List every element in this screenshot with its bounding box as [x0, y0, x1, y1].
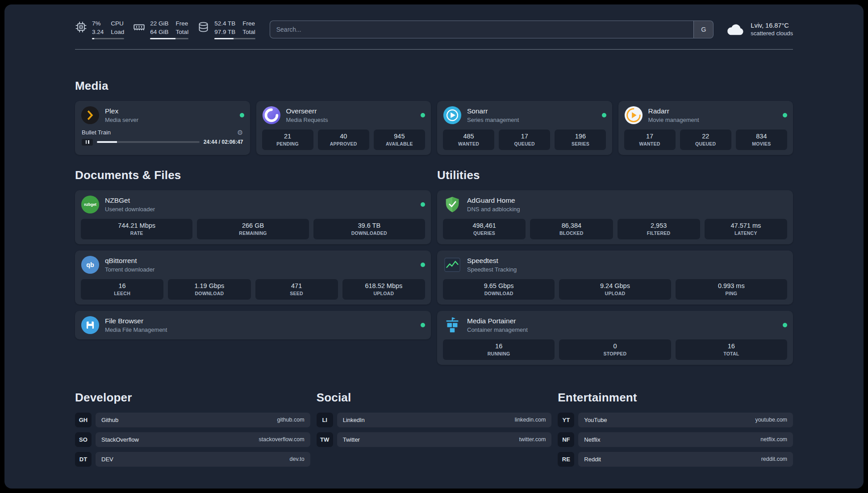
- status-dot: [240, 113, 244, 117]
- stat-tile: 834MOVIES: [736, 130, 787, 150]
- plex-now-playing: Bullet Train ⚙ 24:44 / 02:06:47: [81, 129, 244, 146]
- service-desc: Movie management: [648, 117, 699, 123]
- memory-free: 22 GiB: [150, 20, 168, 28]
- disk-total-label: Total: [242, 28, 255, 36]
- weather-widget: Lviv, 16.87°C scattered clouds: [726, 22, 793, 37]
- cpu-usage-bar: [92, 38, 124, 39]
- pause-button[interactable]: [82, 139, 93, 146]
- section-title-entertainment: Entertainment: [558, 391, 793, 405]
- disk-usage-bar: [214, 38, 255, 39]
- cloud-icon: [726, 22, 745, 36]
- memory-icon: [133, 21, 145, 33]
- adguard-icon: [443, 195, 462, 214]
- cpu-percent: 7%: [92, 20, 104, 28]
- cpu-percent-label: CPU: [111, 20, 124, 28]
- svg-text:qb: qb: [86, 261, 94, 268]
- disk-widget: 52.4 TB Free 97.9 TB Total: [197, 20, 255, 39]
- dashboard: 7% CPU 3.24 Load 22 GiB Free 64 GiB Tota…: [4, 4, 864, 489]
- service-card-adguard[interactable]: AdGuard Home DNS and adblocking 498,461Q…: [437, 190, 793, 244]
- bookmark-url: stackoverflow.com: [259, 436, 305, 443]
- service-name: NZBGet: [105, 196, 155, 205]
- stat-tile: 471SEED: [255, 279, 338, 300]
- svg-text:nzbget: nzbget: [84, 202, 96, 207]
- disk-total: 97.9 TB: [214, 28, 235, 36]
- qbittorrent-icon: qb: [81, 255, 100, 274]
- bookmark-abbr: TW: [317, 432, 333, 447]
- section-title-media: Media: [75, 79, 793, 93]
- cpu-load: 3.24: [92, 28, 104, 36]
- status-dot: [783, 323, 787, 327]
- bookmark-github[interactable]: GH Github github.com: [75, 413, 310, 427]
- bookmark-reddit[interactable]: RE Reddit reddit.com: [558, 452, 793, 467]
- stat-tile: 40APPROVED: [318, 130, 369, 150]
- stat-tile: 16RUNNING: [443, 339, 555, 360]
- search-input[interactable]: [270, 21, 694, 38]
- status-dot: [421, 263, 425, 267]
- service-card-portainer[interactable]: Media Portainer Container management 16R…: [437, 311, 793, 365]
- stat-tile: 86,384BLOCKED: [530, 219, 613, 239]
- stat-tile: 16LEECH: [81, 279, 163, 300]
- portainer-icon: [443, 316, 462, 334]
- stat-tile: 9.65 GbpsDOWNLOAD: [443, 279, 555, 300]
- bookmark-abbr: SO: [75, 432, 92, 447]
- bookmark-youtube[interactable]: YT YouTube youtube.com: [558, 413, 793, 427]
- service-card-speedtest[interactable]: Speedtest Speedtest Tracking 9.65 GbpsDO…: [437, 251, 793, 305]
- search-provider-button[interactable]: G: [693, 21, 713, 38]
- service-desc: Media Requests: [286, 117, 328, 123]
- bookmark-linkedin[interactable]: LI LinkedIn linkedin.com: [317, 413, 552, 427]
- nzbget-icon: nzbget: [81, 195, 100, 214]
- section-title-developer: Developer: [75, 391, 310, 405]
- section-media: Media Plex Media server Bullet Train: [75, 79, 793, 155]
- service-card-nzbget[interactable]: nzbget NZBGet Usenet downloader 744.21 M…: [75, 190, 431, 244]
- bookmark-group-entertainment: Entertainment YT YouTube youtube.com NF …: [558, 391, 793, 472]
- service-desc: Series management: [467, 117, 519, 123]
- sonarr-icon: [443, 106, 462, 125]
- memory-free-label: Free: [176, 20, 189, 28]
- bookmark-dev[interactable]: DT DEV dev.to: [75, 452, 310, 467]
- stat-tile: 21PENDING: [262, 130, 313, 150]
- stat-tile: 17WANTED: [624, 130, 676, 150]
- service-card-plex[interactable]: Plex Media server Bullet Train ⚙ 24:44 /…: [75, 101, 250, 155]
- overseerr-icon: [262, 106, 281, 125]
- stat-tile: 1.19 GbpsDOWNLOAD: [168, 279, 250, 300]
- service-card-sonarr[interactable]: Sonarr Series management 485WANTED 17QUE…: [437, 101, 612, 155]
- gear-icon[interactable]: ⚙: [237, 129, 243, 136]
- playback-time: 24:44 / 02:06:47: [204, 139, 243, 145]
- bookmark-twitter[interactable]: TW Twitter twitter.com: [317, 432, 552, 447]
- weather-location: Lviv, 16.87°C: [751, 22, 793, 29]
- stat-tile: 945AVAILABLE: [374, 130, 425, 150]
- bookmark-name: Twitter: [343, 436, 360, 443]
- cpu-icon: [75, 21, 87, 33]
- bookmark-name: Netflix: [584, 436, 600, 443]
- cpu-widget: 7% CPU 3.24 Load: [75, 20, 124, 39]
- service-name: AdGuard Home: [467, 196, 520, 205]
- playback-progress-bar[interactable]: [97, 141, 200, 143]
- bookmark-abbr: NF: [558, 432, 574, 447]
- stat-tile: 744.21 MbpsRATE: [81, 219, 192, 239]
- service-name: Radarr: [648, 107, 699, 115]
- bookmark-netflix[interactable]: NF Netflix netflix.com: [558, 432, 793, 447]
- stat-tile: 17QUEUED: [499, 130, 550, 150]
- bookmark-name: StackOverflow: [101, 436, 139, 443]
- service-card-radarr[interactable]: Radarr Movie management 17WANTED 22QUEUE…: [618, 101, 793, 155]
- service-desc: Media server: [105, 117, 138, 123]
- bookmark-abbr: LI: [317, 413, 333, 427]
- bookmark-abbr: RE: [558, 452, 574, 467]
- stat-tile: 0.993 msPING: [676, 279, 787, 300]
- bookmark-url: twitter.com: [519, 436, 546, 443]
- section-documents: Documents & Files nzbget NZBGet Usenet d…: [75, 168, 431, 339]
- stat-tile: 618.52 MbpsUPLOAD: [342, 279, 425, 300]
- status-dot: [421, 323, 425, 327]
- service-name: Plex: [105, 107, 138, 115]
- stat-tile: 16TOTAL: [676, 339, 787, 360]
- bookmark-stackoverflow[interactable]: SO StackOverflow stackoverflow.com: [75, 432, 310, 447]
- service-card-overseerr[interactable]: Overseerr Media Requests 21PENDING 40APP…: [256, 101, 431, 155]
- stat-tile: 47.571 msLATENCY: [705, 219, 787, 239]
- weather-condition: scattered clouds: [751, 30, 793, 37]
- service-card-filebrowser[interactable]: File Browser Media File Management: [75, 311, 431, 339]
- memory-widget: 22 GiB Free 64 GiB Total: [133, 20, 188, 39]
- status-dot: [602, 113, 606, 117]
- service-card-qbittorrent[interactable]: qb qBittorrent Torrent downloader 16LEEC…: [75, 251, 431, 305]
- bookmark-url: github.com: [277, 417, 305, 423]
- memory-total: 64 GiB: [150, 28, 168, 36]
